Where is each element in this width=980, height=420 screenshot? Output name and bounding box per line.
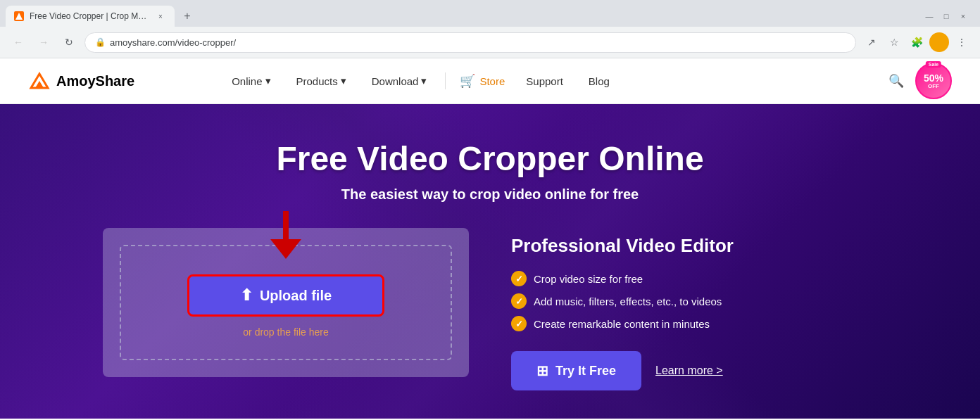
feature-item-2: ✓ Add music, filters, effects, etc., to … [511, 293, 877, 309]
check-icon-1: ✓ [511, 271, 527, 286]
nav-download[interactable]: Download ▾ [359, 58, 440, 104]
main-nav: Online ▾ Products ▾ Download ▾ 🛒 Store S… [219, 58, 622, 104]
sale-badge[interactable]: Sale 50% OFF [915, 63, 952, 99]
logo-link[interactable]: AmoyShare [28, 71, 134, 91]
back-button[interactable]: ← [8, 32, 28, 52]
minimize-button[interactable]: — [924, 12, 935, 20]
browser-chrome: Free Video Cropper | Crop MP4 (... × + —… [0, 0, 980, 58]
close-window-button[interactable]: × [957, 12, 969, 20]
nav-store[interactable]: 🛒 Store [451, 73, 513, 89]
nav-online[interactable]: Online ▾ [219, 58, 283, 104]
arrow-down-indicator [270, 211, 301, 259]
hero-title: Free Video Cropper Online [28, 139, 952, 178]
lock-icon: 🔒 [95, 37, 106, 47]
bookmark-icon[interactable]: ☆ [884, 32, 904, 52]
active-tab[interactable]: Free Video Cropper | Crop MP4 (... × [6, 6, 175, 27]
sale-percent: 50% [924, 73, 943, 83]
feature-item-1: ✓ Crop video size for free [511, 271, 877, 286]
feature-text-2: Add music, filters, effects, etc., to vi… [534, 295, 722, 307]
refresh-button[interactable]: ↻ [59, 32, 79, 52]
cart-icon: 🛒 [460, 73, 475, 89]
feature-item-3: ✓ Create remarkable content in minutes [511, 316, 877, 331]
chevron-down-icon: ▾ [341, 75, 346, 87]
site-header: AmoyShare Online ▾ Products ▾ Download ▾… [0, 58, 980, 104]
try-it-free-button[interactable]: ⊞ Try It Free [511, 351, 641, 390]
hero-subtitle: The easiest way to crop video online for… [28, 186, 952, 203]
check-icon-2: ✓ [511, 293, 527, 309]
nav-products[interactable]: Products ▾ [284, 58, 359, 104]
tab-bar: Free Video Cropper | Crop MP4 (... × + —… [0, 0, 980, 27]
feature-text-3: Create remarkable content in minutes [534, 318, 710, 330]
upload-btn-label: Upload file [260, 288, 332, 304]
toolbar-icons: ↗ ☆ 🧩 ⋮ [862, 32, 972, 52]
svg-marker-2 [35, 81, 44, 88]
logo-text: AmoyShare [56, 73, 134, 89]
arrow-head [270, 239, 301, 259]
url-bar[interactable]: 🔒 amoyshare.com/video-cropper/ [84, 32, 856, 53]
upload-section: ⬆ Upload file or drop the file here [103, 228, 469, 377]
editor-title: Professional Video Editor [511, 235, 877, 257]
hero-content: Free Video Cropper Online The easiest wa… [28, 139, 952, 228]
tab-favicon [14, 11, 24, 21]
upload-drop-zone[interactable]: ⬆ Upload file or drop the file here [120, 245, 452, 360]
sale-banner-text: Sale [926, 61, 941, 68]
drop-text: or drop the file here [243, 326, 328, 338]
address-bar: ← → ↻ 🔒 amoyshare.com/video-cropper/ ↗ ☆… [0, 27, 980, 58]
header-right: 🔍 Sale 50% OFF [888, 63, 952, 99]
upload-box: ⬆ Upload file or drop the file here [103, 228, 469, 377]
learn-more-link[interactable]: Learn more > [655, 364, 723, 377]
try-free-label: Try It Free [555, 364, 616, 378]
nav-blog[interactable]: Blog [576, 58, 622, 104]
cta-row: ⊞ Try It Free Learn more > [511, 351, 877, 390]
maximize-button[interactable]: □ [941, 12, 952, 20]
menu-icon[interactable]: ⋮ [952, 32, 972, 52]
windows-icon: ⊞ [536, 362, 548, 379]
sale-off-text: OFF [928, 83, 939, 89]
share-icon[interactable]: ↗ [862, 32, 881, 52]
feature-text-1: Crop video size for free [534, 273, 643, 285]
editor-info: Professional Video Editor ✓ Crop video s… [511, 228, 877, 390]
arrow-shaft [283, 211, 289, 239]
svg-marker-0 [15, 13, 23, 20]
nav-divider [445, 72, 446, 89]
chevron-down-icon: ▾ [421, 75, 427, 87]
new-tab-button[interactable]: + [177, 6, 197, 26]
hero-section: Free Video Cropper Online The easiest wa… [0, 104, 980, 419]
upload-icon: ⬆ [240, 286, 253, 305]
url-text: amoyshare.com/video-cropper/ [110, 37, 236, 48]
hero-main: ⬆ Upload file or drop the file here Prof… [103, 228, 877, 390]
check-icon-3: ✓ [511, 316, 527, 331]
upload-file-button[interactable]: ⬆ Upload file [187, 274, 384, 317]
tab-title: Free Video Cropper | Crop MP4 (... [30, 11, 149, 21]
forward-button[interactable]: → [34, 32, 54, 52]
nav-support[interactable]: Support [513, 58, 576, 104]
logo-icon [28, 71, 51, 91]
chevron-down-icon: ▾ [265, 75, 271, 87]
search-icon[interactable]: 🔍 [888, 73, 904, 89]
extensions-icon[interactable]: 🧩 [907, 32, 926, 52]
feature-list: ✓ Crop video size for free ✓ Add music, … [511, 271, 877, 331]
profile-avatar[interactable] [929, 32, 949, 52]
tab-close-btn[interactable]: × [155, 11, 166, 22]
window-controls: — □ × [924, 12, 974, 20]
